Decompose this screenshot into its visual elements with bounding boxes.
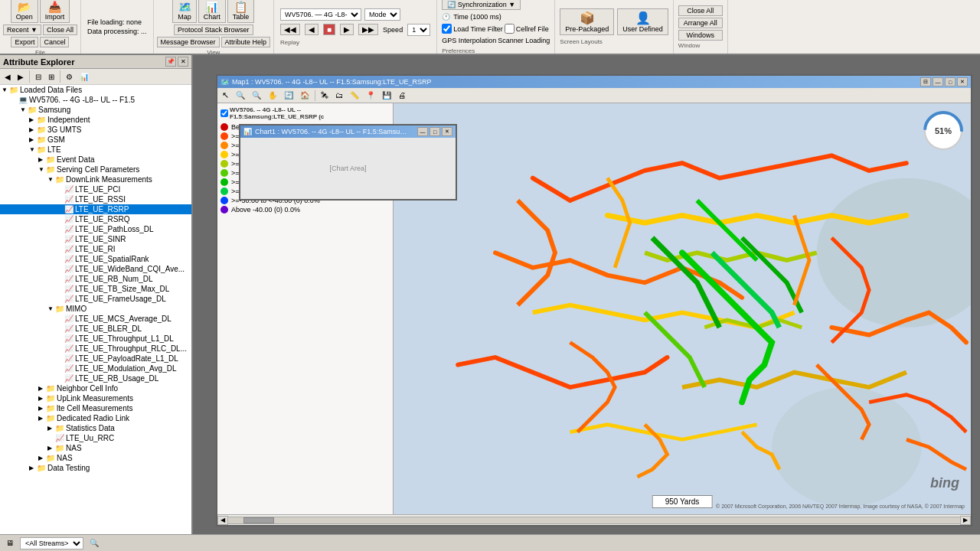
map-tb-export-button[interactable]: 💾 <box>379 90 394 101</box>
tree-node[interactable]: 📈LTE_UE_Throughput_RLC_DL... <box>0 344 191 354</box>
tree-node[interactable]: ▶📁3G UMTS <box>0 125 191 135</box>
message-browser-button[interactable]: Message Browser <box>157 37 220 47</box>
speed-dropdown[interactable]: 1 <box>407 24 430 36</box>
chart-window-close-button[interactable]: ✕ <box>442 127 452 136</box>
layer-visibility-checkbox[interactable] <box>220 109 228 117</box>
map-tb-print-button[interactable]: 🖨 <box>395 90 409 101</box>
map-tb-refresh-button[interactable]: 🔄 <box>281 90 296 101</box>
user-defined-button[interactable]: 👤 User Defined <box>617 8 668 35</box>
pre-packaged-button[interactable]: 📦 Pre-Packaged <box>560 8 614 35</box>
tree-node[interactable]: ▶📁Statistics Data <box>0 423 191 433</box>
map-window-max-button[interactable]: □ <box>945 77 956 86</box>
panel-pin-button[interactable]: 📌 <box>165 57 176 67</box>
cancel-button[interactable]: Cancel <box>40 37 69 47</box>
tree-node[interactable]: ▼📁Samsung <box>0 105 191 115</box>
cellref-file-checkbox[interactable] <box>505 24 514 34</box>
panel-forward-button[interactable]: ▶ <box>15 71 27 83</box>
panel-close-button[interactable]: ✕ <box>178 57 188 67</box>
map-tb-satellite-button[interactable]: 🛰 <box>318 90 332 101</box>
map-tb-layers-button[interactable]: 🗂 <box>332 90 346 101</box>
tree-node[interactable]: 📈LTE_UE_MCS_Average_DL <box>0 314 191 324</box>
map-scrollbar[interactable] <box>228 517 960 524</box>
tree-node[interactable]: ▼📁MIMO <box>0 304 191 314</box>
recent-button[interactable]: Recent ▼ <box>3 24 41 35</box>
map-canvas[interactable]: 950 Yards bing © 2007 Microsoft Corporat… <box>394 103 971 514</box>
map-tb-pin-button[interactable]: 📍 <box>363 90 378 101</box>
tree-node[interactable]: ▶📁Data Testing <box>0 463 191 473</box>
open-button[interactable]: 📂 Open <box>11 0 38 23</box>
tree-node[interactable]: ▼📁DownLink Measurements <box>0 174 191 184</box>
tree-node[interactable]: 📈LTE_Uu_RRC <box>0 433 191 443</box>
chart-button[interactable]: 📊 Chart <box>198 0 226 23</box>
tree-node[interactable]: 📈LTE_UE_WideBand_CQI_Ave... <box>0 264 191 274</box>
replay-next-button[interactable]: ▶ <box>340 24 354 35</box>
table-button[interactable]: 📋 Table <box>227 0 255 23</box>
device-dropdown[interactable]: WV5706. — 4G -L8- <box>280 8 361 21</box>
tree-node[interactable]: 📈LTE_UE_PathLoss_DL <box>0 224 191 234</box>
panel-chart-icon-button[interactable]: 📊 <box>77 71 92 83</box>
tree-node[interactable]: ▶📁Dedicated Radio Link <box>0 413 191 423</box>
tree-node[interactable]: ▶📁UpLink Measurements <box>0 393 191 403</box>
tree-node[interactable]: ▶📁lte Cell Measurements <box>0 403 191 413</box>
replay-stop-button[interactable]: ■ <box>323 24 335 35</box>
panel-back-button[interactable]: ◀ <box>2 71 14 83</box>
tree-node[interactable]: ▶📁GSM <box>0 135 191 145</box>
tree-node[interactable]: ▼📁Loaded Data Files <box>0 85 191 95</box>
map-scroll-left-button[interactable]: ◀ <box>217 516 228 525</box>
map-tb-measure-button[interactable]: 📏 <box>347 90 362 101</box>
tree-node[interactable]: 📈LTE_UE_TB_Size_Max_DL <box>0 284 191 294</box>
tree-area[interactable]: ▼📁Loaded Data Files💻WV5706. -- 4G -L8-- … <box>0 85 191 534</box>
tree-node[interactable]: ▶📁Event Data <box>0 155 191 165</box>
map-tb-select-button[interactable]: ↖ <box>219 89 232 102</box>
arrange-all-button[interactable]: Arrange All <box>678 18 723 28</box>
import-button[interactable]: 📥 Import <box>40 0 70 23</box>
tree-node[interactable]: ▶📁NAS <box>0 453 191 463</box>
panel-options-button[interactable]: ⚙ <box>63 71 76 83</box>
tree-node[interactable]: 📈LTE_UE_SINR <box>0 234 191 244</box>
tree-node[interactable]: 📈LTE_UE_PCI <box>0 184 191 194</box>
tree-node[interactable]: 📈LTE_UE_SpatialRank <box>0 254 191 264</box>
tree-node[interactable]: 📈LTE_UE_RB_Usage_DL <box>0 373 191 383</box>
map-tb-home-button[interactable]: 🏠 <box>297 90 312 101</box>
export-button[interactable]: Export <box>11 37 38 47</box>
tree-node[interactable]: 📈LTE_UE_RSRQ <box>0 214 191 224</box>
map-window-expand-button[interactable]: ⊟ <box>920 77 931 86</box>
map-tb-zoom-out-button[interactable]: 🔍 <box>249 90 264 101</box>
tree-node[interactable]: ▼📁LTE <box>0 145 191 155</box>
load-time-filter-checkbox[interactable] <box>442 24 452 34</box>
replay-back-button[interactable]: ◀◀ <box>280 24 300 35</box>
tree-node[interactable]: 📈LTE_UE_RI <box>0 244 191 254</box>
map-tb-pan-button[interactable]: ✋ <box>265 90 280 101</box>
map-scroll-right-button[interactable]: ▶ <box>960 516 971 525</box>
synchronization-button[interactable]: 🔄 Synchronization ▼ <box>442 0 521 10</box>
tree-node[interactable]: 📈LTE_UE_Modulation_Avg_DL <box>0 364 191 373</box>
close-all-file-button[interactable]: Close All <box>43 24 77 35</box>
streams-dropdown[interactable]: <All Streams> <box>20 537 83 549</box>
tree-node[interactable]: 💻WV5706. -- 4G -L8-- UL -- F1.5 <box>0 95 191 105</box>
attribute-help-button[interactable]: Attribute Help <box>221 37 271 47</box>
close-all-window-button[interactable]: Close All <box>678 5 723 16</box>
replay-end-button[interactable]: ▶▶ <box>358 24 378 35</box>
tree-node[interactable]: 📈LTE_UE_PayloadRate_L1_DL <box>0 354 191 364</box>
map-button[interactable]: 🗺️ Map <box>172 0 197 23</box>
tree-node[interactable]: ▼📁Serving Cell Parameters <box>0 165 191 174</box>
tree-node[interactable]: ▶📁Independent <box>0 115 191 125</box>
map-window-min-button[interactable]: — <box>933 77 943 86</box>
tree-node[interactable]: ▶📁NAS <box>0 443 191 453</box>
tree-node[interactable]: 📈LTE_UE_BLER_DL <box>0 324 191 334</box>
map-window-close-button[interactable]: ✕ <box>957 77 968 86</box>
tree-node[interactable]: 📈LTE_UE_RSRP <box>0 204 191 214</box>
replay-prev-button[interactable]: ◀ <box>305 24 318 35</box>
tree-node[interactable]: 📈LTE_UE_RSSI <box>0 194 191 204</box>
mode-dropdown[interactable]: Mode <box>364 8 400 21</box>
panel-collapse-button[interactable]: ⊟ <box>32 71 44 83</box>
tree-node[interactable]: 📈LTE_UE_FrameUsage_DL <box>0 294 191 304</box>
tree-node[interactable]: 📈LTE_UE_RB_Num_DL <box>0 274 191 284</box>
tree-node[interactable]: ▶📁Neighbor Cell Info <box>0 383 191 393</box>
windows-button[interactable]: Windows <box>678 30 723 41</box>
chart-window-max-button[interactable]: □ <box>430 127 440 136</box>
chart-window-min-button[interactable]: — <box>417 127 428 136</box>
protocol-stack-button[interactable]: Protocol Stack Browser <box>174 24 253 35</box>
panel-expand-button[interactable]: ⊞ <box>45 71 57 83</box>
tree-node[interactable]: 📈LTE_UE_Throughput_L1_DL <box>0 334 191 344</box>
